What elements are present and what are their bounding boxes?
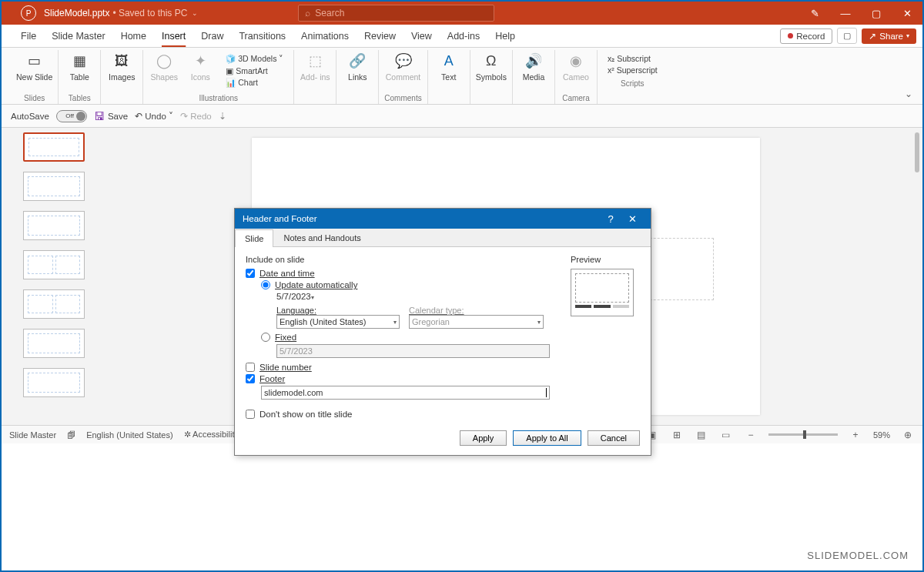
ribbon-images[interactable]: 🖼Images [106,51,137,82]
ribbon-subscript[interactable]: x₂ Subscript [608,54,651,63]
undo-button[interactable]: ↶ Undo ˅ [135,111,173,122]
thumbnail-1[interactable] [23,132,85,162]
dialog-close-button[interactable]: ✕ [621,213,643,225]
shapes-icon: ◯ [154,51,174,71]
menu-animations[interactable]: Animations [293,31,357,42]
language-label: Language: [276,306,400,315]
menu-slide-master[interactable]: Slide Master [44,31,112,42]
title-bar: P SlideModel.pptx • Saved to this PC ⌄ ⌕… [2,2,922,25]
redo-button[interactable]: ↷ Redo [180,111,212,122]
preview-label: Preview [571,255,640,264]
thumbnail-3[interactable] [23,211,85,240]
search-icon: ⌕ [305,8,310,18]
ribbon-3d-models[interactable]: 🧊 3D Models ˅ [226,54,283,64]
ribbon-icons: ✦Icons [185,51,216,82]
calendar-label: Calendar type: [409,306,544,315]
menu-help[interactable]: Help [487,31,523,42]
view-reading-button[interactable]: ▤ [695,430,708,440]
cameo-icon: ◉ [566,51,586,71]
ribbon-new-slide[interactable]: ▭New Slide [16,51,52,82]
present-button[interactable]: ▢ [837,28,857,44]
file-name: SlideModel.pptx [44,8,109,18]
ribbon-table[interactable]: ▦Table [64,51,95,82]
footer-text-input[interactable]: slidemodel.com [261,386,550,400]
menu-view[interactable]: View [403,31,440,42]
ribbon-text[interactable]: AText [434,51,464,82]
ribbon-superscript[interactable]: x² Superscript [608,65,658,75]
new-slide-icon: ▭ [25,51,45,71]
scrollbar-thumb[interactable] [915,132,919,172]
media-icon: 🔊 [524,51,544,71]
menu-draw[interactable]: Draw [193,31,231,42]
minimize-button[interactable]: — [830,8,861,19]
tab-notes-handouts[interactable]: Notes and Handouts [273,229,370,246]
collapse-ribbon-icon[interactable]: ⌄ [905,89,912,99]
table-icon: ▦ [69,51,89,71]
view-slideshow-button[interactable]: ▭ [719,430,733,440]
zoom-out-button[interactable]: − [744,430,758,440]
ribbon: ▭New Slide Slides ▦Table Tables 🖼Images … [2,48,922,105]
zoom-value[interactable]: 59% [873,430,890,440]
tab-slide[interactable]: Slide [235,229,273,247]
menu-insert[interactable]: Insert [154,31,193,42]
qat-overflow[interactable]: ⇣ [219,111,226,122]
apply-button[interactable]: Apply [460,430,507,446]
slide-number-checkbox[interactable] [246,363,255,372]
thumbnail-5[interactable] [23,289,85,319]
images-icon: 🖼 [112,51,132,71]
status-mode: Slide Master [9,430,56,440]
autosave-toggle[interactable]: Off [56,110,87,122]
zoom-slider[interactable] [768,433,838,436]
include-on-slide-label: Include on slide [246,255,560,264]
powerpoint-logo-icon: P [21,5,36,21]
dont-show-title-checkbox[interactable] [246,410,255,419]
thumbnail-2[interactable] [23,172,85,201]
dialog-title: Header and Footer [243,214,317,223]
record-button[interactable]: Record [780,28,832,44]
links-icon: 🔗 [347,51,367,71]
search-box[interactable]: ⌕ Search [298,5,494,22]
comment-icon: 💬 [393,51,413,71]
attribution-watermark: SLIDEMODEL.COM [807,550,909,561]
ribbon-chart[interactable]: 📊 Chart [226,78,258,88]
maximize-button[interactable]: ▢ [861,8,892,19]
footer-checkbox[interactable] [246,374,255,383]
thumbnail-4[interactable] [23,250,85,279]
ribbon-links[interactable]: 🔗Links [342,51,373,82]
title-dropdown-icon[interactable]: ⌄ [192,9,198,17]
dialog-titlebar: Header and Footer ? ✕ [235,209,651,229]
menu-transitions[interactable]: Transitions [231,31,293,42]
status-language[interactable]: English (United States) [86,430,173,440]
save-button[interactable]: 🖫Save [94,110,128,122]
apply-to-all-button[interactable]: Apply to All [513,430,581,446]
menu-home[interactable]: Home [113,31,154,42]
dialog-help-button[interactable]: ? [600,213,621,225]
datetime-checkbox[interactable] [246,269,255,278]
cancel-button[interactable]: Cancel [588,430,640,446]
thumbnail-7[interactable] [23,368,85,397]
update-auto-radio[interactable] [261,280,270,289]
thumbnail-6[interactable] [23,329,85,358]
menu-bar: File Slide Master Home Insert Draw Trans… [2,25,922,48]
menu-file[interactable]: File [13,31,44,42]
ribbon-symbols[interactable]: ΩSymbols [476,51,507,82]
close-button[interactable]: ✕ [892,8,922,19]
calendar-select: Gregorian▾ [409,315,544,329]
drawpen-icon[interactable]: ✎ [799,8,830,19]
notes-icon[interactable]: 🗐 [67,430,75,440]
ribbon-media[interactable]: 🔊Media [518,51,549,82]
menu-review[interactable]: Review [357,31,403,42]
fit-button[interactable]: ⊕ [901,430,915,440]
ribbon-smartart[interactable]: ▣ SmartArt [226,66,267,75]
menu-addins[interactable]: Add-ins [440,31,487,42]
save-icon: 🖫 [94,110,105,122]
share-button[interactable]: ↗ Share ▾ [862,28,916,44]
ribbon-comment: 💬Comment [386,51,421,82]
text-icon: A [439,51,459,71]
date-format-select[interactable]: 5/7/2023▾ [276,292,400,301]
language-select[interactable]: English (United States)▾ [276,315,400,329]
view-sorter-button[interactable]: ⊞ [670,430,684,440]
zoom-in-button[interactable]: + [849,430,862,440]
fixed-radio[interactable] [261,333,270,342]
ribbon-cameo: ◉Cameo [561,51,591,82]
